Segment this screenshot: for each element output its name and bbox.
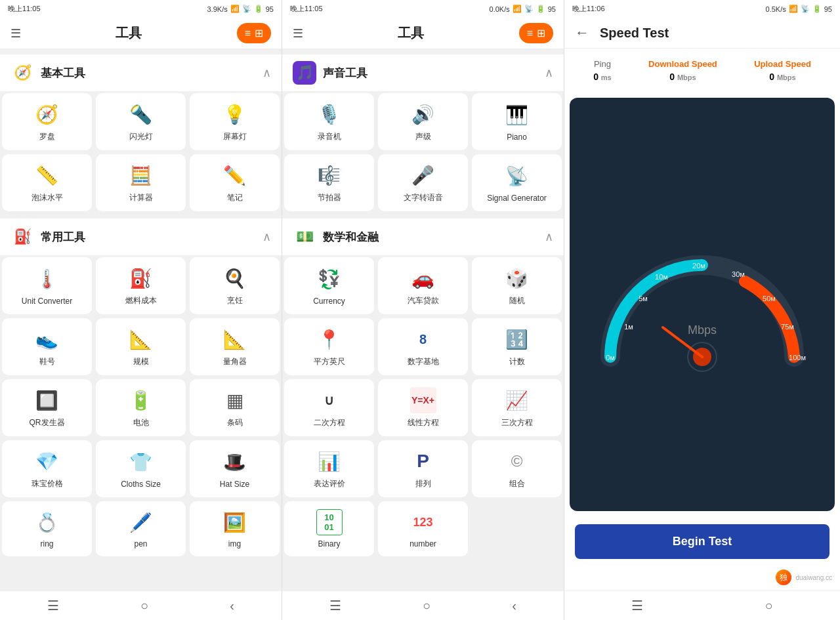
linear-icon: Y=X+ bbox=[410, 387, 436, 413]
tool-fuel-cost[interactable]: ⛽ 燃料成本 bbox=[96, 257, 186, 314]
calculator-icon: 🧮 bbox=[128, 162, 154, 188]
nav-menu-2[interactable]: ☰ bbox=[329, 598, 341, 613]
svg-text:1м: 1м bbox=[624, 323, 633, 331]
grid-icon-2: ⊞ bbox=[537, 27, 545, 39]
toggle-btn-2[interactable]: ≡ ⊞ bbox=[519, 23, 553, 43]
tool-cloths-size[interactable]: 👕 Cloths Size bbox=[96, 440, 186, 497]
tool-scale-label: 规模 bbox=[133, 356, 149, 367]
math-section-collapse[interactable]: ∧ bbox=[545, 230, 553, 244]
download-label: Download Speed bbox=[648, 59, 717, 69]
panel-1: 晚上11:05 3.9K/s 📶 📡 🔋 95 ☰ 工具 ≡ ⊞ 🧭 基本工具 … bbox=[0, 0, 282, 620]
status-right-1: 3.9K/s 📶 📡 🔋 95 bbox=[207, 5, 274, 13]
battery-level-1: 95 bbox=[266, 5, 274, 13]
tool-barcode[interactable]: ▦ 条码 bbox=[190, 379, 280, 436]
tool-permutation[interactable]: P 排列 bbox=[378, 440, 468, 497]
tool-protractor[interactable]: 📐 量角器 bbox=[190, 318, 280, 375]
tool-level[interactable]: 📏 泡沫水平 bbox=[2, 154, 92, 211]
panel-content-1: 🧭 基本工具 ∧ 🧭 罗盘 🔦 闪光灯 💡 屏幕灯 📏 泡沫水平 bbox=[0, 49, 282, 590]
tool-jewelry-label: 珠宝价格 bbox=[32, 478, 63, 489]
common-section-icon: ⛽ bbox=[10, 225, 34, 249]
tool-hat-size[interactable]: 🎩 Hat Size bbox=[190, 440, 280, 497]
top-bar-title-1: 工具 bbox=[116, 24, 142, 42]
menu-icon-2[interactable]: ☰ bbox=[293, 26, 303, 41]
tool-numbase[interactable]: 8 数字基地 bbox=[378, 318, 468, 375]
begin-test-button[interactable]: Begin Test bbox=[575, 524, 830, 559]
tool-pen[interactable]: 🖊️ pen bbox=[96, 501, 186, 556]
expr-eval-icon: 📊 bbox=[316, 448, 343, 474]
tool-calculator[interactable]: 🧮 计算器 bbox=[96, 154, 186, 211]
tool-random[interactable]: 🎲 随机 bbox=[472, 257, 562, 314]
ring-icon: 💍 bbox=[34, 509, 60, 535]
tool-compass-label: 罗盘 bbox=[39, 131, 55, 142]
tool-currency[interactable]: 💱 Currency bbox=[284, 257, 374, 314]
tool-metronome-label: 节拍器 bbox=[318, 192, 341, 203]
speed-test-title: Speed Test bbox=[600, 26, 669, 41]
tool-linear[interactable]: Y=X+ 线性方程 bbox=[378, 379, 468, 436]
tool-compass[interactable]: 🧭 罗盘 bbox=[2, 93, 92, 150]
status-time-3: 晚上11:06 bbox=[572, 4, 605, 14]
tool-counter[interactable]: 🔢 计数 bbox=[472, 318, 562, 375]
tool-cubic[interactable]: 📈 三次方程 bbox=[472, 379, 562, 436]
nav-home-2[interactable]: ○ bbox=[423, 598, 430, 613]
tool-sqft[interactable]: 📍 平方英尺 bbox=[284, 318, 374, 375]
status-time-2: 晚上11:05 bbox=[290, 4, 323, 14]
section-common-header-left: ⛽ 常用工具 bbox=[10, 225, 85, 249]
tool-quadratic-label: 二次方程 bbox=[314, 417, 345, 428]
upload-label: Upload Speed bbox=[754, 59, 811, 69]
nav-back-1[interactable]: ‹ bbox=[230, 598, 234, 613]
tool-cooking[interactable]: 🍳 烹饪 bbox=[190, 257, 280, 314]
tool-binary[interactable]: 1001 Binary bbox=[284, 501, 374, 556]
sound-section-collapse[interactable]: ∧ bbox=[545, 66, 553, 80]
nav-home-1[interactable]: ○ bbox=[140, 598, 148, 613]
tool-combination[interactable]: © 组合 bbox=[472, 440, 562, 497]
tool-quadratic[interactable]: ∪ 二次方程 bbox=[284, 379, 374, 436]
nav-menu-3[interactable]: ☰ bbox=[631, 598, 643, 613]
section-basic-header-left: 🧭 基本工具 bbox=[10, 61, 85, 85]
watermark-text: duaiwang.cc bbox=[795, 574, 832, 581]
tool-piano[interactable]: 🎹 Piano bbox=[472, 93, 562, 150]
top-bar-1: ☰ 工具 ≡ ⊞ bbox=[0, 18, 282, 49]
tool-jewelry[interactable]: 💎 珠宝价格 bbox=[2, 440, 92, 497]
status-speed-2: 0.0K/s bbox=[490, 5, 510, 13]
tool-flashlight[interactable]: 🔦 闪光灯 bbox=[96, 93, 186, 150]
tool-qr[interactable]: 🔲 QR发生器 bbox=[2, 379, 92, 436]
fuel-cost-icon: ⛽ bbox=[128, 265, 154, 291]
top-bar-2: ☰ 工具 ≡ ⊞ bbox=[282, 18, 564, 49]
tool-sound-level[interactable]: 🔊 声级 bbox=[378, 93, 468, 150]
nav-back-2[interactable]: ‹ bbox=[512, 598, 516, 613]
speed-top-bar: ← Speed Test bbox=[564, 18, 840, 49]
basic-section-collapse[interactable]: ∧ bbox=[262, 66, 271, 80]
tool-tts[interactable]: 🎤 文字转语音 bbox=[378, 154, 468, 211]
section-math-header: 💵 数学和金融 ∧ bbox=[282, 218, 564, 255]
tool-screen-light[interactable]: 💡 屏幕灯 bbox=[190, 93, 280, 150]
battery-icon-3: 🔋 bbox=[812, 5, 822, 13]
menu-icon-1[interactable]: ☰ bbox=[10, 26, 21, 41]
toggle-btn-1[interactable]: ≡ ⊞ bbox=[237, 23, 271, 43]
back-arrow[interactable]: ← bbox=[575, 24, 589, 41]
tool-metronome[interactable]: 🎼 节拍器 bbox=[284, 154, 374, 211]
tool-ring[interactable]: 💍 ring bbox=[2, 501, 92, 556]
tool-image[interactable]: 🖼️ img bbox=[190, 501, 280, 556]
tool-car-loan[interactable]: 🚗 汽车贷款 bbox=[378, 257, 468, 314]
tool-sqft-label: 平方英尺 bbox=[314, 356, 345, 367]
tool-battery[interactable]: 🔋 电池 bbox=[96, 379, 186, 436]
random-icon: 🎲 bbox=[504, 265, 530, 291]
tool-recorder[interactable]: 🎙️ 录音机 bbox=[284, 93, 374, 150]
tool-notes[interactable]: ✏️ 笔记 bbox=[190, 154, 280, 211]
tool-expr-eval[interactable]: 📊 表达评价 bbox=[284, 440, 374, 497]
tool-number[interactable]: 123 number bbox=[378, 501, 468, 556]
tool-unit-converter[interactable]: 🌡️ Unit Converter bbox=[2, 257, 92, 314]
common-section-collapse[interactable]: ∧ bbox=[262, 230, 271, 244]
nav-menu-1[interactable]: ☰ bbox=[47, 598, 59, 613]
tool-signal-gen[interactable]: 📡 Signal Generator bbox=[472, 154, 562, 211]
battery-icon-1: 🔋 bbox=[254, 5, 263, 13]
tool-cloths-size-label: Cloths Size bbox=[121, 480, 161, 489]
common-tool-grid: 🌡️ Unit Converter ⛽ 燃料成本 🍳 烹饪 👟 鞋号 📐 规模 … bbox=[0, 255, 282, 558]
nav-home-3[interactable]: ○ bbox=[765, 598, 772, 613]
basic-section-title: 基本工具 bbox=[41, 66, 85, 81]
tool-scale[interactable]: 📐 规模 bbox=[96, 318, 186, 375]
tool-cooking-label: 烹饪 bbox=[227, 295, 243, 306]
tool-shoe-size[interactable]: 👟 鞋号 bbox=[2, 318, 92, 375]
ping-label: Ping bbox=[594, 59, 611, 69]
tool-hat-size-label: Hat Size bbox=[220, 480, 249, 489]
